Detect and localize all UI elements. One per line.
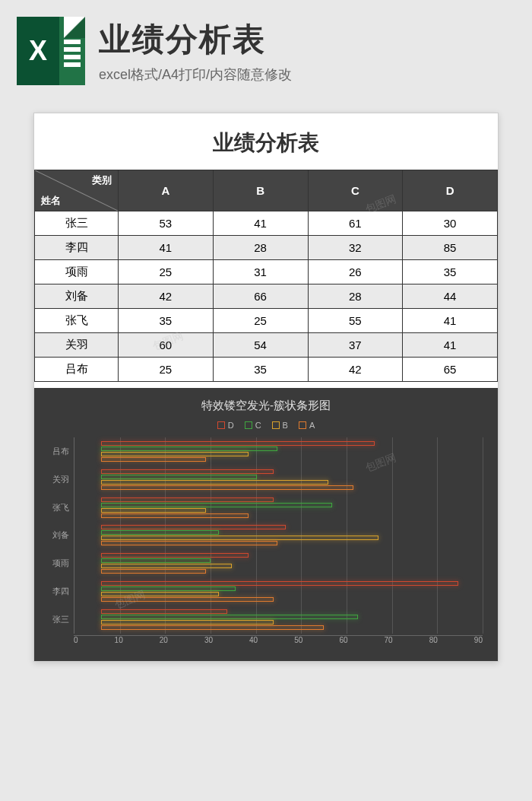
page-subtitle: excel格式/A4打印/内容随意修改: [99, 65, 515, 84]
bar: [101, 597, 274, 602]
cell: 37: [308, 333, 403, 358]
cell: 25: [119, 260, 214, 284]
bar: [101, 452, 249, 456]
cell: 30: [403, 211, 498, 236]
row-name: 李四: [35, 236, 119, 260]
bar: [101, 625, 324, 630]
bar-group: [101, 495, 480, 520]
cell: 35: [403, 260, 498, 284]
cell: 41: [119, 236, 214, 260]
x-tick: 80: [429, 636, 438, 650]
header-name: 姓名: [41, 194, 61, 208]
cell: 85: [403, 236, 498, 260]
table-row: 张三53416130: [35, 211, 498, 236]
bar: [101, 609, 227, 614]
cell: 28: [308, 284, 403, 309]
bar: [101, 503, 332, 507]
cell: 60: [119, 333, 214, 358]
bar: [101, 447, 277, 451]
bar-group: [101, 523, 480, 548]
data-table: 类别 姓名 A B C D 张三53416130李四41283285项雨2531…: [34, 170, 498, 382]
y-tick: 张飞: [46, 502, 69, 513]
bar-group: [101, 467, 480, 492]
cell: 41: [403, 333, 498, 358]
column-header: B: [213, 170, 308, 211]
y-tick: 张三: [46, 614, 69, 625]
row-name: 张飞: [35, 309, 119, 333]
bar: [101, 615, 358, 619]
bar: [101, 469, 274, 474]
bar: [101, 586, 236, 591]
cell: 42: [119, 284, 214, 309]
x-tick: 60: [339, 636, 347, 650]
y-tick: 刘备: [46, 529, 69, 541]
cell: 66: [213, 284, 308, 309]
chart-plot: 吕布关羽张飞刘备项雨李四张三 0102030405060708090: [46, 437, 486, 650]
cell: 44: [403, 284, 498, 309]
cell: 25: [213, 309, 308, 333]
cell: 55: [308, 309, 403, 333]
bar: [101, 485, 353, 490]
excel-x-letter: X: [29, 35, 47, 67]
cell: 42: [308, 358, 403, 382]
excel-icon: X: [17, 17, 85, 85]
table-row: 吕布25354265: [35, 358, 498, 382]
column-header: D: [403, 170, 498, 211]
page-title: 业绩分析表: [99, 18, 515, 61]
x-tick: 50: [294, 636, 302, 650]
y-tick: 李四: [46, 586, 69, 597]
y-tick: 项雨: [46, 558, 69, 569]
bar: [101, 553, 249, 558]
legend-item: D: [217, 421, 234, 430]
bar: [101, 508, 206, 513]
y-axis: 吕布关羽张飞刘备项雨李四张三: [46, 437, 72, 634]
bar: [101, 441, 375, 446]
cell: 35: [213, 358, 308, 382]
bar: [101, 541, 277, 545]
legend-item: B: [272, 421, 288, 430]
header: X 业绩分析表 excel格式/A4打印/内容随意修改: [0, 0, 532, 102]
chart-bars: [74, 437, 483, 634]
table-row: 张飞35255541: [35, 309, 498, 333]
header-category: 类别: [92, 173, 112, 187]
y-tick: 吕布: [46, 446, 69, 457]
cell: 41: [213, 211, 308, 236]
cell: 61: [308, 211, 403, 236]
table-row: 李四41283285: [35, 236, 498, 260]
row-name: 吕布: [35, 358, 119, 382]
bar: [101, 592, 219, 596]
x-tick: 40: [249, 636, 258, 650]
cell: 65: [403, 358, 498, 382]
bar: [101, 525, 286, 529]
bar-group: [101, 607, 480, 632]
x-tick: 70: [385, 636, 393, 650]
bar: [101, 558, 211, 563]
bar: [101, 513, 249, 518]
chart-legend: DCBA: [42, 421, 490, 430]
legend-item: C: [245, 421, 261, 430]
x-axis: 0102030405060708090: [74, 635, 483, 650]
bar: [101, 620, 274, 625]
bar-group: [101, 439, 480, 464]
cell: 53: [119, 211, 214, 236]
legend-item: A: [299, 421, 315, 430]
spreadsheet-area: 业绩分析表 类别 姓名 A B C D 张三53416130李四41283285…: [33, 113, 499, 662]
cell: 31: [213, 260, 308, 284]
diagonal-header: 类别 姓名: [35, 170, 119, 211]
row-name: 刘备: [35, 284, 119, 309]
bar: [101, 480, 328, 485]
sheet-title: 业绩分析表: [34, 113, 498, 170]
cell: 54: [213, 333, 308, 358]
bar: [101, 530, 219, 535]
bar: [101, 457, 206, 462]
cell: 26: [308, 260, 403, 284]
bar: [101, 536, 378, 540]
bar: [101, 581, 458, 586]
column-header: C: [308, 170, 403, 211]
row-name: 项雨: [35, 260, 119, 284]
table-row: 项雨25312635: [35, 260, 498, 284]
bar-group: [101, 579, 480, 604]
x-tick: 90: [474, 636, 483, 650]
x-tick: 0: [74, 636, 78, 650]
chart: 特效镂空发光-簇状条形图 DCBA 吕布关羽张飞刘备项雨李四张三 0102030…: [34, 388, 498, 661]
